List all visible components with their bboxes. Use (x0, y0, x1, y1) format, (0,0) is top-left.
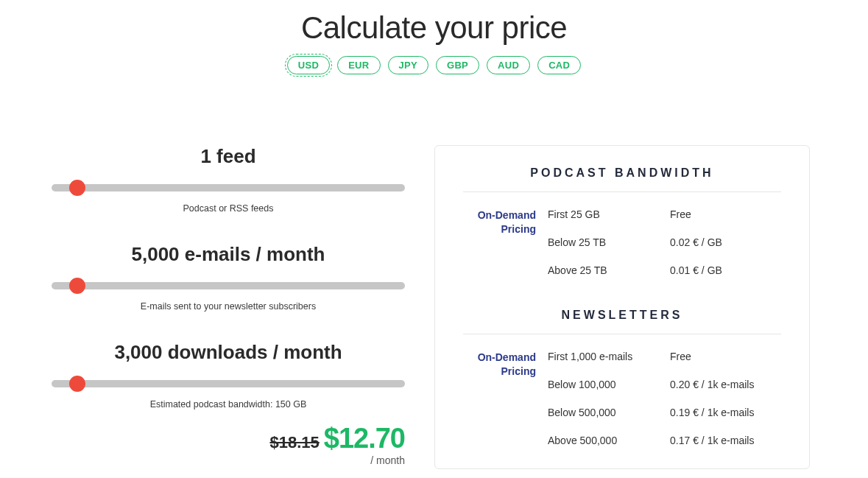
newsletters-label: On-Demand Pricing (463, 351, 548, 446)
currency-selector: USD EUR JPY GBP AUD CAD (0, 56, 868, 74)
divider (463, 334, 781, 334)
downloads-heading: 3,000 downloads / month (52, 341, 405, 364)
tier-price: 0.19 € / 1k e-mails (670, 407, 781, 418)
emails-slider-block: 5,000 e-mails / month E-mails sent to yo… (52, 243, 405, 312)
feeds-caption: Podcast or RSS feeds (52, 203, 405, 214)
emails-heading: 5,000 e-mails / month (52, 243, 405, 266)
table-row: Below 100,000 0.20 € / 1k e-mails (548, 379, 781, 390)
tier-price: 0.02 € / GB (670, 236, 781, 248)
tier: First 25 GB (548, 208, 670, 220)
page-title: Calculate your price (0, 10, 868, 46)
table-row: Below 500,000 0.19 € / 1k e-mails (548, 407, 781, 418)
slider-track (52, 380, 405, 387)
emails-caption: E-mails sent to your newsletter subscrib… (52, 301, 405, 312)
newsletters-title: NEWSLETTERS (463, 309, 781, 322)
currency-cad[interactable]: CAD (537, 56, 581, 74)
tier: Above 25 TB (548, 264, 670, 276)
bandwidth-table: On-Demand Pricing First 25 GB Free Below… (463, 208, 781, 276)
slider-track (52, 282, 405, 289)
tier-price: 0.20 € / 1k e-mails (670, 379, 781, 390)
tier: Below 500,000 (548, 407, 670, 418)
tier: Below 25 TB (548, 236, 670, 248)
slider-thumb[interactable] (69, 278, 85, 294)
currency-eur[interactable]: EUR (337, 56, 380, 74)
currency-gbp[interactable]: GBP (436, 56, 479, 74)
pricing-card: PODCAST BANDWIDTH On-Demand Pricing Firs… (434, 145, 810, 469)
tier-price: Free (670, 351, 781, 362)
table-row: First 25 GB Free (548, 208, 781, 220)
table-row: First 1,000 e-mails Free (548, 351, 781, 362)
tier: Above 500,000 (548, 435, 670, 446)
price-new: $12.70 (324, 423, 405, 454)
emails-slider[interactable] (52, 278, 405, 294)
downloads-slider-block: 3,000 downloads / month Estimated podcas… (52, 341, 405, 410)
feeds-heading: 1 feed (52, 145, 405, 168)
price-old: $18.15 (269, 433, 319, 451)
tier: First 1,000 e-mails (548, 351, 670, 362)
slider-track (52, 184, 405, 191)
downloads-slider[interactable] (52, 376, 405, 392)
feeds-slider-block: 1 feed Podcast or RSS feeds (52, 145, 405, 214)
currency-aud[interactable]: AUD (487, 56, 530, 74)
slider-thumb[interactable] (69, 180, 85, 196)
downloads-caption: Estimated podcast bandwidth: 150 GB (52, 399, 405, 410)
feeds-slider[interactable] (52, 180, 405, 196)
currency-usd[interactable]: USD (287, 56, 330, 74)
table-row: Above 25 TB 0.01 € / GB (548, 264, 781, 276)
bandwidth-label: On-Demand Pricing (463, 208, 548, 276)
slider-thumb[interactable] (69, 376, 85, 392)
table-row: Above 500,000 0.17 € / 1k e-mails (548, 435, 781, 446)
currency-jpy[interactable]: JPY (388, 56, 428, 74)
tier: Below 100,000 (548, 379, 670, 390)
divider (463, 191, 781, 192)
tier-price: 0.17 € / 1k e-mails (670, 435, 781, 446)
bandwidth-title: PODCAST BANDWIDTH (463, 166, 781, 180)
table-row: Below 25 TB 0.02 € / GB (548, 236, 781, 248)
price-row: $18.15$12.70 (52, 423, 405, 454)
tier-price: 0.01 € / GB (670, 264, 781, 276)
price-period: / month (52, 454, 405, 466)
newsletters-table: On-Demand Pricing First 1,000 e-mails Fr… (463, 351, 781, 446)
tier-price: Free (670, 208, 781, 220)
